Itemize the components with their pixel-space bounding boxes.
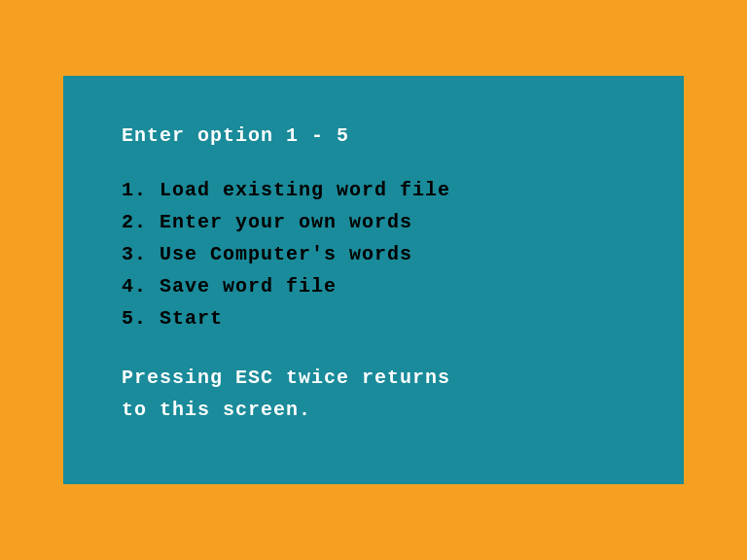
menu-item-1[interactable]: 1. Load existing word file: [122, 174, 625, 206]
menu-list: 1. Load existing word file 2. Enter your…: [122, 174, 625, 334]
menu-item-4[interactable]: 4. Save word file: [122, 270, 625, 302]
menu-item-3-number: 3. Use Computer's words: [122, 243, 412, 265]
main-panel: Enter option 1 - 5 1. Load existing word…: [63, 76, 684, 484]
menu-item-2-number: 2. Enter your own words: [122, 211, 412, 233]
menu-item-1-number: 1. Load existing word file: [122, 179, 450, 201]
prompt-text: Enter option 1 - 5: [122, 124, 625, 147]
footer-line-2: to this screen.: [122, 394, 625, 426]
footer-text: Pressing ESC twice returns to this scree…: [122, 362, 625, 426]
footer-line-1: Pressing ESC twice returns: [122, 362, 625, 394]
menu-item-5[interactable]: 5. Start: [122, 302, 625, 334]
menu-item-2[interactable]: 2. Enter your own words: [122, 206, 625, 238]
menu-item-5-number: 5. Start: [122, 307, 223, 330]
menu-item-4-number: 4. Save word file: [122, 275, 337, 298]
menu-item-3[interactable]: 3. Use Computer's words: [122, 238, 625, 270]
